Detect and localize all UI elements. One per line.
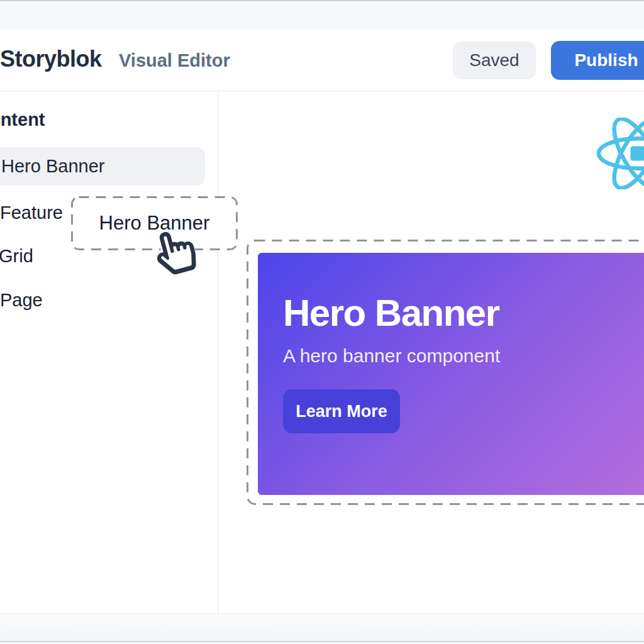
visual-editor-window: Storyblok Visual Editor Saved Publish Co…	[0, 0, 644, 644]
react-logo-icon	[596, 118, 644, 189]
dropzone[interactable]: Hero Banner A hero banner component Lear…	[247, 240, 644, 505]
window-bottom-edge	[0, 641, 644, 642]
publish-button[interactable]: Publish	[551, 41, 644, 80]
hero-banner-component[interactable]: Hero Banner A hero banner component Lear…	[258, 253, 644, 495]
sidebar-item-hero-banner[interactable]: Hero Banner	[0, 147, 205, 186]
saved-status-button[interactable]: Saved	[453, 42, 536, 79]
brand-logo-text: Storyblok	[0, 46, 102, 72]
product-title: Visual Editor	[119, 50, 230, 71]
header-bar: Storyblok Visual Editor Saved Publish	[0, 30, 644, 91]
component-sidebar: Content Hero Banner Feature Grid Page	[0, 92, 218, 613]
drag-ghost-label: Hero Banner	[99, 212, 210, 235]
sidebar-item-label: Hero Banner	[1, 156, 104, 177]
hero-banner-subtitle: A hero banner component	[283, 345, 644, 367]
sidebar-item-grid[interactable]: Grid	[0, 246, 33, 267]
window-chrome-top	[0, 0, 644, 30]
sidebar-heading: Content	[0, 109, 45, 130]
window-chrome-bottom	[0, 613, 644, 644]
sidebar-item-feature[interactable]: Feature	[0, 203, 63, 223]
hero-banner-title: Hero Banner	[283, 293, 644, 333]
sidebar-item-page[interactable]: Page	[0, 290, 43, 311]
learn-more-button[interactable]: Learn More	[283, 389, 400, 433]
